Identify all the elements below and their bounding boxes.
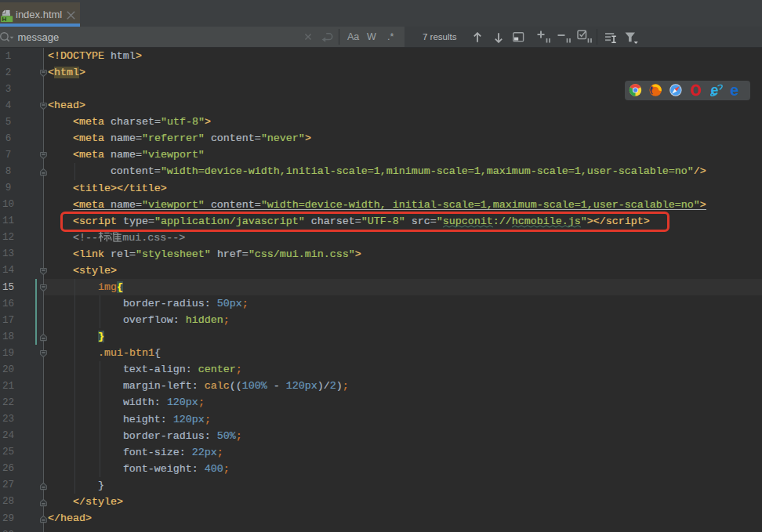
svg-text:H: H <box>2 16 7 23</box>
svg-text:e: e <box>730 84 738 96</box>
svg-text:e: e <box>711 84 719 96</box>
